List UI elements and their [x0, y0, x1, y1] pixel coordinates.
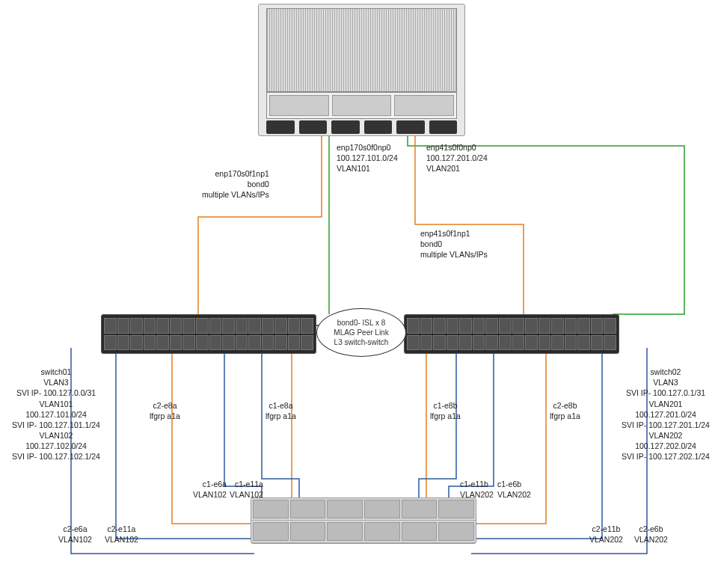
label-c2-e8a: c2-e8a lfgrp a1a [150, 400, 180, 421]
label-c2-e11b: c2-e11b VLAN202 [589, 524, 623, 545]
port: c2-e6a [58, 524, 92, 534]
switch-subnet: 100.127.101.0/24 [11, 409, 101, 420]
port: c1-e11b [460, 479, 494, 489]
label-enp41s0f0np0: enp41s0f0np0 100.127.201.0/24 VLAN201 [426, 142, 488, 174]
switch-port-row [407, 335, 616, 351]
storage-controller-c1 [251, 498, 476, 521]
switch-port-row [104, 335, 313, 351]
if-subnet: 100.127.101.0/24 [337, 153, 398, 163]
grp: lfgrp a1a [150, 411, 180, 421]
label-c2-e6b: c2-e6b VLAN202 [634, 524, 668, 545]
switch-subnet: 100.127.102.0/24 [11, 441, 101, 451]
switch-port-row [104, 318, 313, 334]
label-c2-e8b: c2-e8b lfgrp a1a [550, 400, 580, 421]
switch02-device [404, 314, 619, 354]
if-bond: bond0 [420, 239, 488, 249]
server-io-module [332, 95, 392, 116]
psu-icon [364, 120, 393, 134]
switch-subnet: 100.127.201.0/24 [617, 409, 714, 420]
label-c2-e11a: c2-e11a VLAN102 [105, 524, 138, 545]
network-diagram: bond0- ISL x 8 MLAG Peer Link L3 switch-… [0, 0, 718, 588]
port: c2-e8a [150, 400, 180, 411]
port: c2-e8b [550, 400, 580, 411]
psu-icon [299, 120, 328, 134]
label-c2-e6a: c2-e6a VLAN102 [58, 524, 92, 545]
label-switch02-info: switch02 VLAN3 SVI IP- 100.127.0.1/31 VL… [617, 367, 714, 462]
vlan: VLAN202 [460, 489, 494, 500]
label-c1-e8a: c1-e8a lfgrp a1a [266, 400, 296, 421]
isl-line3: L3 switch-switch [334, 337, 388, 347]
if-subnet: 100.127.201.0/24 [426, 153, 488, 163]
label-c1-e8b: c1-e8b lfgrp a1a [430, 400, 461, 421]
switch-vlan: VLAN201 [617, 399, 714, 409]
switch-svi: SVI IP- 100.127.101.1/24 [11, 420, 101, 430]
server-chassis-grille [266, 8, 457, 92]
label-c1-e6a: c1-e6a VLAN102 [193, 479, 227, 500]
vlan: VLAN102 [58, 534, 92, 545]
psu-icon [429, 120, 458, 134]
server-psu-row [266, 120, 457, 134]
port: c1-e11a [230, 479, 263, 489]
vlan: VLAN102 [230, 489, 263, 500]
port: c1-e6b [497, 479, 531, 489]
if-name: enp170s0f1np1 [202, 168, 269, 179]
if-name: enp170s0f0np0 [337, 142, 398, 153]
vlan: VLAN202 [497, 489, 531, 500]
port: c1-e6a [193, 479, 227, 489]
isl-line1: bond0- ISL x 8 [334, 318, 388, 328]
server-device [258, 4, 465, 136]
if-vlan: VLAN101 [337, 163, 398, 174]
grp: lfgrp a1a [550, 411, 580, 421]
switch-vlan: VLAN3 [11, 377, 101, 388]
port: c2-e11b [589, 524, 623, 534]
server-io-module [394, 95, 454, 116]
vlan: VLAN102 [105, 534, 138, 545]
port: c1-e8a [266, 400, 296, 411]
switch-svi: SVI IP- 100.127.202.1/24 [617, 451, 714, 462]
label-enp170s0f0np0: enp170s0f0np0 100.127.101.0/24 VLAN101 [337, 142, 398, 174]
switch-vlan: VLAN102 [11, 430, 101, 441]
isl-label: bond0- ISL x 8 MLAG Peer Link L3 switch-… [316, 308, 406, 357]
if-note: multiple VLANs/IPs [202, 189, 269, 200]
if-bond: bond0 [202, 179, 269, 189]
server-io-modules [266, 92, 457, 119]
psu-icon [396, 120, 425, 134]
switch-svi: SVI IP- 100.127.0.1/31 [617, 388, 714, 398]
server-io-module [269, 95, 329, 116]
label-switch01-info: switch01 VLAN3 SVI IP- 100.127.0.0/31 VL… [11, 367, 101, 462]
label-c1-e11a: c1-e11a VLAN102 [230, 479, 263, 500]
vlan: VLAN202 [589, 534, 623, 545]
storage-device [251, 497, 476, 544]
if-name: enp41s0f1np1 [420, 228, 488, 239]
vlan: VLAN102 [193, 489, 227, 500]
port: c1-e8b [430, 400, 461, 411]
switch-vlan: VLAN101 [11, 399, 101, 409]
if-vlan: VLAN201 [426, 163, 488, 174]
switch-svi: SVI IP- 100.127.201.1/24 [617, 420, 714, 430]
psu-icon [331, 120, 360, 134]
storage-controller-c2 [251, 521, 476, 543]
label-enp170s0f1np1: enp170s0f1np1 bond0 multiple VLANs/IPs [202, 168, 269, 200]
switch-name: switch01 [11, 367, 101, 377]
switch-svi: SVI IP- 100.127.102.1/24 [11, 451, 101, 462]
port: c2-e6b [634, 524, 668, 534]
vlan: VLAN202 [634, 534, 668, 545]
switch-subnet: 100.127.202.0/24 [617, 441, 714, 451]
psu-icon [266, 120, 295, 134]
isl-line2: MLAG Peer Link [334, 328, 388, 337]
switch-vlan: VLAN3 [617, 377, 714, 388]
if-name: enp41s0f0np0 [426, 142, 488, 153]
port: c2-e11a [105, 524, 138, 534]
switch-port-row [407, 318, 616, 334]
grp: lfgrp a1a [430, 411, 461, 421]
label-c1-e11b: c1-e11b VLAN202 [460, 479, 494, 500]
label-enp41s0f1np1: enp41s0f1np1 bond0 multiple VLANs/IPs [420, 228, 488, 260]
switch-svi: SVI IP- 100.127.0.0/31 [11, 388, 101, 398]
switch-vlan: VLAN202 [617, 430, 714, 441]
grp: lfgrp a1a [266, 411, 296, 421]
switch01-device [101, 314, 316, 354]
label-c1-e6b: c1-e6b VLAN202 [497, 479, 531, 500]
if-note: multiple VLANs/IPs [420, 249, 488, 260]
switch-name: switch02 [617, 367, 714, 377]
